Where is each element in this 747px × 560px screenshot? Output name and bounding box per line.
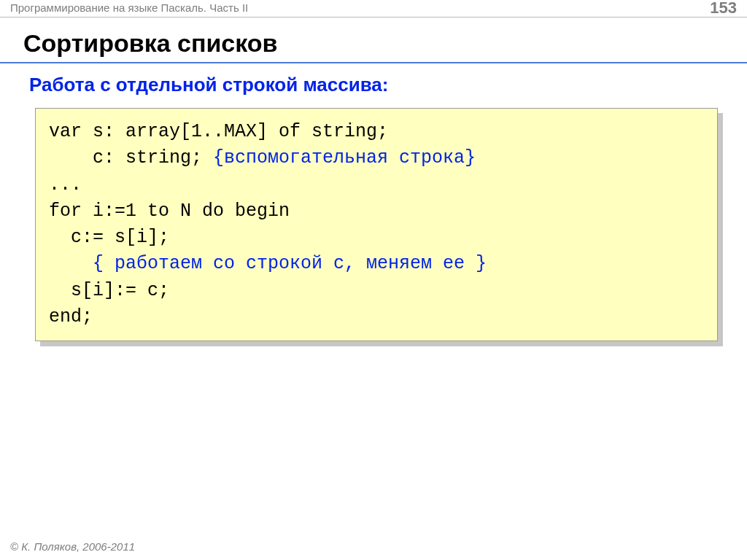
code-line: ... [49,174,82,195]
page-number: 153 [710,0,737,18]
section-subtitle: Работа с отдельной строкой массива: [29,74,718,96]
page-title: Сортировка списков [23,29,724,58]
code-line: c:= s[i]; [49,227,169,248]
code-comment: {вспомогательная строка} [213,147,476,168]
header-chapter: Программирование на языке Паскаль. Часть… [10,1,248,14]
code-line: end; [49,306,93,327]
code-line: for i:=1 to N do begin [49,201,290,222]
code-comment: { работаем со строкой c, меняем ее } [93,253,487,274]
code-line: var s: array[1..MAX] of string; [49,121,388,142]
code-line: c: string; [49,147,213,168]
title-underline [0,62,747,63]
code-line [49,253,93,274]
code-block: var s: array[1..MAX] of string; c: strin… [35,108,718,341]
footer-copyright: © К. Поляков, 2006-2011 [10,540,135,553]
code-content: var s: array[1..MAX] of string; c: strin… [35,108,718,341]
code-line: s[i]:= c; [49,280,169,301]
header-bar: Программирование на языке Паскаль. Часть… [0,0,747,18]
